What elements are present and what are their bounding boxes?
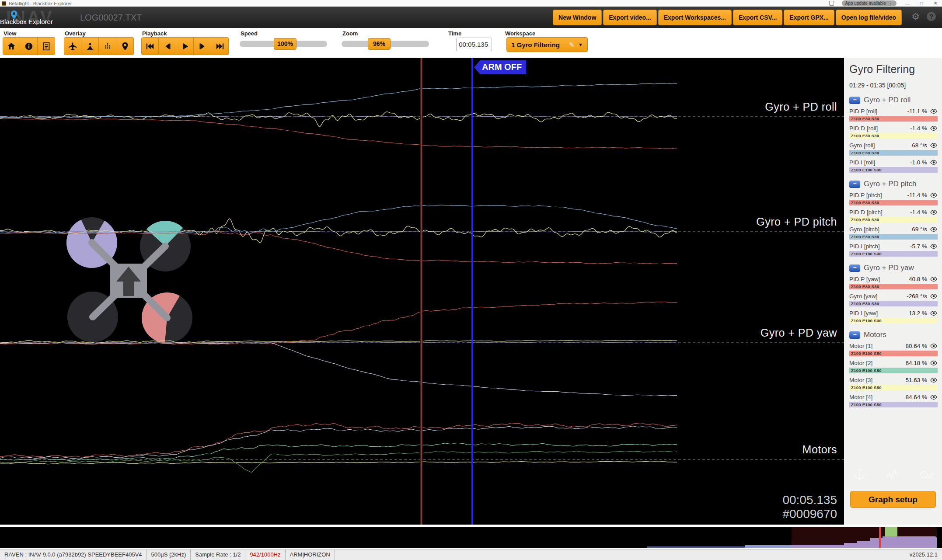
field-value: -11.4 % xyxy=(907,192,927,198)
eye-visibility-icon[interactable] xyxy=(930,343,938,349)
speed-slider-knob[interactable]: 100% xyxy=(274,38,297,50)
field-color-bar: Z100 E100 S50 xyxy=(849,402,938,407)
expand-graph-icon[interactable] xyxy=(885,466,901,483)
field-color-bar: Z100 E30 S30 xyxy=(849,200,938,205)
eye-visibility-icon[interactable] xyxy=(930,209,938,215)
view-label: View xyxy=(3,30,16,37)
next-frame-button[interactable] xyxy=(194,37,211,55)
eye-visibility-icon[interactable] xyxy=(930,310,938,316)
prev-frame-button[interactable] xyxy=(159,37,176,55)
edit-pencil-icon[interactable]: ✎ xyxy=(569,41,575,49)
zoom-slider-knob[interactable]: 96% xyxy=(368,38,391,50)
info-view-button[interactable] xyxy=(20,37,38,55)
workspace-dropdown[interactable]: 1 Gyro Filtering ✎ ▼ xyxy=(506,37,588,52)
eye-visibility-icon[interactable] xyxy=(930,226,938,232)
playhead-frame: #0009670 xyxy=(782,507,837,521)
export-csv-button[interactable]: Export CSV... xyxy=(733,10,782,25)
sticks-overlay-button[interactable] xyxy=(99,37,116,55)
export-gpx-button[interactable]: Export GPX... xyxy=(784,10,834,25)
group-label: Motors xyxy=(864,330,886,339)
field-value: -1.0 % xyxy=(910,159,927,166)
collapse-group-button[interactable]: − xyxy=(849,331,860,339)
field-name: Motor [2] xyxy=(849,360,903,366)
seekbar-hist-5 xyxy=(883,536,937,548)
collapse-group-button[interactable]: − xyxy=(849,264,860,272)
os-window-title: Betaflight - Blackbox Explorer xyxy=(9,1,72,6)
graph-setup-button[interactable]: Graph setup xyxy=(850,491,936,508)
field-name: PID P [pitch] xyxy=(849,192,904,198)
field-color-bar: Z100 E100 S50 xyxy=(849,351,938,356)
field-value: -268 °/s xyxy=(907,293,927,299)
collapse-group-button[interactable]: − xyxy=(849,181,860,188)
time-label: Time xyxy=(448,30,461,37)
app-version: v2025.12.1 xyxy=(910,551,938,558)
legend-field: Motor [4]84.64 %Z100 E100 S50 xyxy=(849,394,938,407)
speed-slider[interactable]: 100% xyxy=(240,41,327,47)
log-seekbar[interactable] xyxy=(0,527,942,548)
play-button[interactable] xyxy=(176,37,194,55)
close-button[interactable]: ✕ xyxy=(932,0,939,6)
app-update-pill[interactable]: App update available⋮ xyxy=(842,0,897,6)
field-color-bar: Z100 E30 S30 xyxy=(849,150,938,156)
field-color-bar: Z100 E100 S50 xyxy=(849,368,938,373)
eye-visibility-icon[interactable] xyxy=(930,143,938,148)
view-buttons xyxy=(3,37,55,55)
maximize-button[interactable]: □ xyxy=(918,1,925,6)
log-list-button[interactable] xyxy=(38,37,55,55)
export-workspaces-button[interactable]: Export Workspaces... xyxy=(658,10,732,25)
arm-off-event-marker: ARM OFF xyxy=(474,60,526,74)
zoom-slider[interactable]: 96% xyxy=(342,41,429,47)
share-icon[interactable] xyxy=(829,1,834,6)
craft-plane-overlay-button[interactable] xyxy=(64,37,81,55)
kebab-menu-icon[interactable]: ⋮ xyxy=(889,1,893,6)
field-value: 40.8 % xyxy=(909,276,927,282)
workspace-label: Workspace xyxy=(505,30,535,37)
eye-visibility-icon[interactable] xyxy=(930,276,938,282)
jump-end-button[interactable] xyxy=(211,37,229,55)
field-color-bar: Z100 E100 S30 xyxy=(849,318,938,323)
smooth-graph-icon[interactable] xyxy=(918,466,935,483)
eye-visibility-icon[interactable] xyxy=(930,243,938,249)
map-overlay-button[interactable] xyxy=(116,37,134,55)
eye-visibility-icon[interactable] xyxy=(930,160,938,165)
playhead-readout: 00:05.135 #0009670 xyxy=(782,493,837,521)
new-window-button[interactable]: New Window xyxy=(553,10,602,25)
field-value: -1.4 % xyxy=(910,209,927,216)
seekbar-playhead[interactable] xyxy=(879,527,881,548)
eye-visibility-icon[interactable] xyxy=(930,125,938,131)
field-color-bar: Z100 E30 S30 xyxy=(849,133,938,139)
jump-start-button[interactable] xyxy=(141,37,159,55)
status-data-rate: 942/1000Hz xyxy=(245,550,285,560)
field-color-bar: Z100 E30 S30 xyxy=(849,217,938,223)
log-filename: LOG00027.TXT xyxy=(80,13,142,23)
settings-gear-icon[interactable]: ⚙ xyxy=(911,12,920,21)
field-name: PID P [roll] xyxy=(849,108,904,115)
playback-label: Playback xyxy=(142,30,167,37)
log-chart-area[interactable]: Gyro + PD roll Gyro + PD pitch Gyro + PD… xyxy=(0,58,844,525)
collapse-group-button[interactable]: − xyxy=(849,97,860,104)
craft-attitude-overlay-button[interactable] xyxy=(81,37,99,55)
anchor-zoom-icon[interactable] xyxy=(851,466,868,483)
status-sample-rate: Sample Rate : 1/2 xyxy=(191,550,245,560)
eye-visibility-icon[interactable] xyxy=(930,377,938,383)
chart-row-label-motors: Motors xyxy=(802,443,837,456)
export-video-button[interactable]: Export video... xyxy=(603,10,656,25)
eye-visibility-icon[interactable] xyxy=(930,360,938,366)
open-log-button[interactable]: Open log file/video xyxy=(836,10,902,25)
home-view-button[interactable] xyxy=(3,37,20,55)
field-name: Gyro [yaw] xyxy=(849,293,904,299)
minimize-button[interactable]: — xyxy=(904,1,911,6)
status-craft-firmware: RAVEN : INAV 9.0.0 (a7932b92) SPEEDYBEEF… xyxy=(0,550,147,560)
legend-field: Gyro [yaw]-268 °/sZ100 E30 S30 xyxy=(849,293,938,306)
eye-visibility-icon[interactable] xyxy=(930,394,938,400)
eye-visibility-icon[interactable] xyxy=(930,293,938,299)
time-input[interactable] xyxy=(456,38,492,51)
control-toolbar: View Overlay Playback Speed Zoom Time Wo… xyxy=(0,28,942,58)
eye-visibility-icon[interactable] xyxy=(930,108,938,114)
help-icon[interactable]: ? xyxy=(927,12,936,21)
eye-visibility-icon[interactable] xyxy=(930,192,938,198)
field-name: PID I [yaw] xyxy=(849,310,906,317)
group-label: Gyro + PD yaw xyxy=(864,264,914,272)
field-value: 13.2 % xyxy=(909,310,927,317)
zoom-label: Zoom xyxy=(342,30,358,37)
